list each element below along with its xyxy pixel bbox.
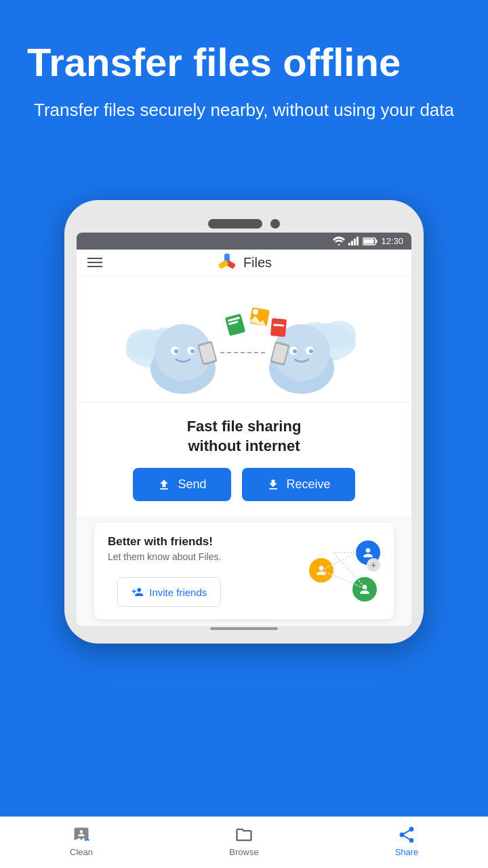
phone-mockup: 12:30 — [64, 200, 424, 644]
header-section: Transfer files offline Transfer files se… — [0, 0, 488, 142]
phone-notch — [77, 212, 411, 233]
phone-outer: 12:30 — [64, 200, 424, 644]
browse-nav-label: Browse — [229, 847, 258, 857]
share-icon — [397, 825, 416, 844]
phone-bottom-bar — [77, 626, 411, 631]
clean-nav-label: Clean — [70, 847, 93, 857]
connect-lines — [306, 540, 380, 601]
status-icons: 12:30 — [333, 236, 403, 246]
svg-point-28 — [309, 349, 313, 353]
invite-friends-button[interactable]: Invite friends — [117, 577, 221, 607]
action-buttons: Send Receive — [96, 468, 392, 501]
svg-point-22 — [190, 349, 195, 353]
friends-subtitle: Let them know about Files. — [108, 551, 221, 562]
invite-icon — [131, 586, 144, 598]
friends-section: Better with friends! Let them know about… — [77, 516, 411, 626]
receive-button[interactable]: Receive — [242, 468, 355, 501]
clean-icon-wrap — [72, 825, 91, 844]
send-icon — [157, 478, 171, 492]
clean-icon — [72, 825, 91, 844]
nav-item-share[interactable]: Share — [325, 825, 488, 857]
friends-avatars: + — [306, 540, 380, 601]
svg-point-27 — [293, 349, 297, 353]
svg-rect-0 — [348, 243, 350, 245]
status-time: 12:30 — [381, 236, 403, 246]
invite-label: Invite friends — [149, 587, 207, 598]
svg-line-44 — [333, 553, 367, 589]
svg-rect-2 — [354, 239, 356, 245]
friends-card: Better with friends! Let them know about… — [94, 523, 394, 619]
svg-rect-34 — [225, 313, 245, 336]
phone-speaker — [208, 219, 262, 229]
illustration-area — [77, 276, 411, 401]
receive-icon — [266, 478, 280, 492]
home-indicator — [210, 627, 278, 630]
receive-label: Receive — [287, 477, 331, 492]
hamburger-menu[interactable] — [87, 258, 102, 267]
app-name-label: Files — [243, 255, 272, 271]
svg-rect-5 — [376, 239, 378, 243]
svg-rect-6 — [364, 239, 374, 243]
nav-item-clean[interactable]: Clean — [0, 825, 163, 857]
phone-camera — [270, 219, 280, 229]
svg-rect-3 — [357, 237, 359, 245]
nav-item-browse[interactable]: Browse — [163, 825, 325, 857]
svg-rect-1 — [351, 241, 353, 245]
svg-line-42 — [321, 553, 357, 570]
signal-icon — [348, 237, 359, 245]
send-label: Send — [178, 477, 206, 492]
app-bar: Files — [77, 250, 411, 276]
share-nav-label: Share — [395, 847, 419, 857]
svg-line-43 — [321, 570, 367, 589]
svg-point-21 — [174, 349, 178, 353]
sharing-title: Fast file sharingwithout internet — [96, 417, 392, 456]
battery-icon — [363, 237, 378, 245]
files-logo-icon — [216, 252, 238, 273]
browse-icon-wrap — [235, 825, 253, 844]
browse-icon — [235, 825, 253, 844]
send-button[interactable]: Send — [133, 468, 230, 501]
bottom-nav: Clean Browse Share — [0, 816, 488, 868]
status-bar: 12:30 — [77, 233, 411, 250]
share-icon-wrap — [397, 825, 416, 844]
sharing-illustration — [102, 281, 386, 397]
friends-text: Better with friends! Let them know about… — [108, 535, 221, 607]
app-logo: Files — [216, 252, 272, 273]
sub-title: Transfer files securely nearby, without … — [27, 98, 461, 122]
svg-rect-39 — [270, 318, 287, 337]
friends-title: Better with friends! — [108, 535, 221, 549]
sharing-card: Fast file sharingwithout internet Send — [77, 401, 411, 516]
phone-screen: 12:30 — [77, 233, 411, 626]
main-title: Transfer files offline — [27, 41, 461, 84]
wifi-icon — [333, 237, 345, 245]
